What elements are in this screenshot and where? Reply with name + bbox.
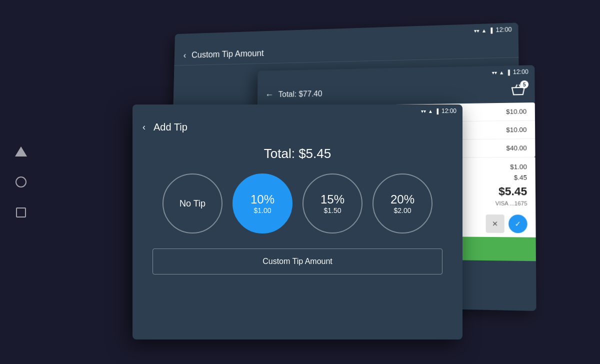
- header-front: ‹ Add Tip: [132, 118, 462, 141]
- status-icons-mid: ▾▾ ▲ ▐: [492, 70, 510, 76]
- confirm-button[interactable]: ✓: [508, 214, 528, 233]
- clear-button[interactable]: ✕: [486, 214, 504, 233]
- item-price-3: $40.00: [506, 144, 526, 152]
- wifi-icon-back: ▾▾: [474, 28, 480, 33]
- nav-circle-icon[interactable]: [16, 176, 26, 188]
- time-front: 12:00: [442, 108, 456, 114]
- signal-icon-front: ▲: [428, 108, 433, 114]
- order-total-header: Total: $77.40: [278, 90, 322, 99]
- clear-icon: ✕: [492, 220, 498, 228]
- wifi-icon-front: ▾▾: [421, 108, 426, 114]
- custom-tip-button[interactable]: Custom Tip Amount: [152, 248, 442, 274]
- screen-front-title: Add Tip: [154, 122, 188, 133]
- battery-icon-mid: ▐: [506, 70, 510, 75]
- status-icons-back: ▾▾ ▲ ▐: [474, 28, 492, 34]
- tip-options: No Tip 10% $1.00 15% $1.50 20% $2.00: [132, 174, 462, 248]
- item-price-2: $10.00: [506, 126, 526, 134]
- tip-20pct[interactable]: 20% $2.00: [372, 174, 432, 234]
- summary-val-2: $.45: [514, 174, 527, 181]
- tip-total: Total: $5.45: [132, 141, 462, 174]
- scene: ▾▾ ▲ ▐ 12:00 ‹ Custom Tip Amount ▾▾ ▲ ▐ …: [62, 27, 538, 337]
- battery-icon-front: ▐: [435, 108, 438, 114]
- basket-icon: 5: [510, 82, 526, 99]
- battery-icon-back: ▐: [488, 28, 492, 33]
- time-mid: 12:00: [513, 68, 528, 76]
- screen-back-title: Custom Tip Amount: [192, 48, 264, 60]
- nav-square-icon[interactable]: [16, 208, 26, 218]
- tip-10pct[interactable]: 10% $1.00: [232, 174, 292, 234]
- screen-front: ▾▾ ▲ ▐ 12:00 ‹ Add Tip Total: $5.45 No T…: [132, 104, 462, 340]
- item-price-1: $10.00: [506, 108, 526, 116]
- signal-icon-mid: ▲: [499, 70, 504, 75]
- time-back: 12:00: [496, 26, 512, 34]
- wifi-icon-mid: ▾▾: [492, 70, 497, 75]
- status-icons-front: ▾▾ ▲ ▐: [421, 108, 438, 114]
- check-icon: ✓: [515, 220, 522, 228]
- back-button-mid[interactable]: ←: [265, 90, 274, 100]
- signal-icon-back: ▲: [482, 28, 487, 33]
- android-nav: [15, 146, 27, 218]
- tip-15pct[interactable]: 15% $1.50: [302, 174, 362, 234]
- basket-badge: 5: [520, 80, 528, 88]
- tip-no-tip[interactable]: No Tip: [162, 174, 222, 234]
- tip-15-amount: $1.50: [324, 206, 341, 214]
- header-mid: ← Total: $77.40 5: [258, 78, 535, 106]
- back-button-front[interactable]: ‹: [142, 122, 146, 132]
- tip-15-percent: 15%: [320, 192, 344, 206]
- tip-20-percent: 20%: [390, 192, 414, 206]
- tip-10-amount: $1.00: [254, 206, 271, 214]
- tip-20-amount: $2.00: [394, 206, 411, 214]
- nav-triangle-icon[interactable]: [15, 146, 27, 156]
- back-button-back[interactable]: ‹: [184, 50, 186, 60]
- tip-10-percent: 10%: [250, 192, 274, 206]
- status-bar-front: ▾▾ ▲ ▐ 12:00: [132, 104, 462, 118]
- no-tip-label: No Tip: [180, 198, 206, 209]
- summary-val-1: $1.00: [510, 163, 527, 170]
